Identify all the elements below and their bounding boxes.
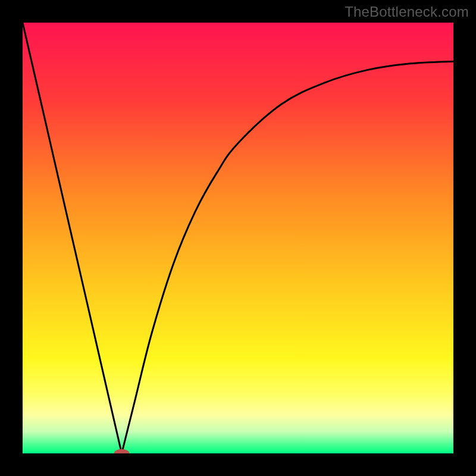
plot-area [23, 23, 453, 453]
gradient-background [23, 23, 453, 453]
chart-frame: TheBottleneck.com [0, 0, 476, 476]
bottleneck-chart [23, 23, 453, 453]
attribution-text: TheBottleneck.com [345, 4, 469, 20]
